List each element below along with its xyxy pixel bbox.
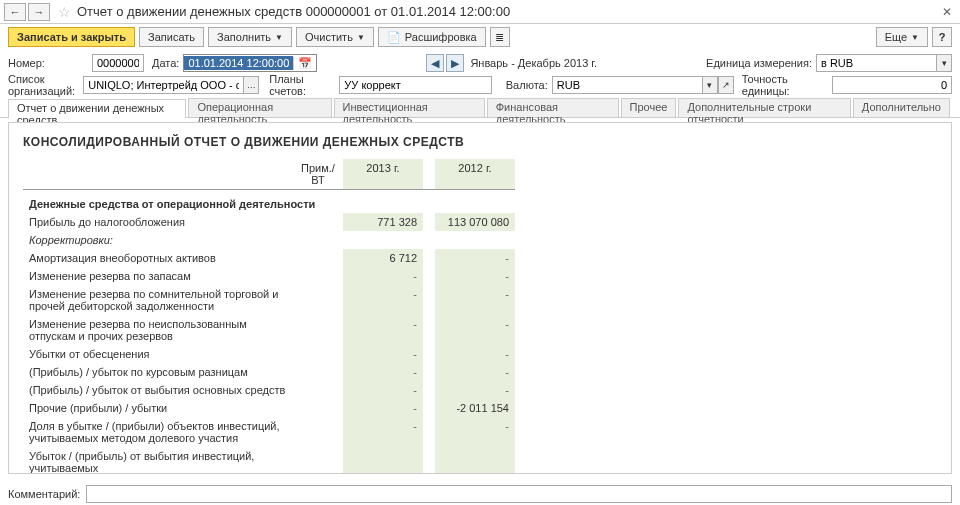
table-row[interactable]: Убыток / (прибыль) от выбытия инвестиций… <box>23 447 515 474</box>
currency-field[interactable] <box>552 76 702 94</box>
plan-field[interactable] <box>339 76 491 94</box>
orgs-select-icon[interactable]: … <box>243 76 259 94</box>
table-row[interactable]: Корректировки: <box>23 231 515 249</box>
currency-dropdown-icon[interactable]: ▾ <box>702 76 718 94</box>
number-field[interactable] <box>92 54 144 72</box>
uom-dropdown-icon[interactable]: ▾ <box>936 54 952 72</box>
precision-label: Точность единицы: <box>742 73 828 97</box>
tab-cash-flow[interactable]: Отчет о движении денежных средств <box>8 99 186 118</box>
forward-button[interactable]: → <box>28 3 50 21</box>
report-table: Прим./ВТ 2013 г. 2012 г. Денежные средст… <box>23 159 515 474</box>
uom-field[interactable] <box>816 54 936 72</box>
table-row[interactable]: Изменение резерва по сомнительной торгов… <box>23 285 515 315</box>
calendar-icon[interactable]: 📅 <box>293 57 316 70</box>
back-button[interactable]: ← <box>4 3 26 21</box>
fill-button[interactable]: Заполнить▼ <box>208 27 292 47</box>
plan-label: Планы счетов: <box>269 73 335 97</box>
table-row[interactable]: Прибыль до налогообложения771 328113 070… <box>23 213 515 231</box>
list-icon: ≣ <box>495 31 504 44</box>
table-row[interactable]: Прочие (прибыли) / убытки--2 011 154 <box>23 399 515 417</box>
tab-extra-lines[interactable]: Дополнительные строки отчетности <box>678 98 850 117</box>
caret-down-icon: ▼ <box>357 33 365 42</box>
save-close-button[interactable]: Записать и закрыть <box>8 27 135 47</box>
table-row[interactable]: Амортизация внеоборотных активов6 712- <box>23 249 515 267</box>
uom-label: Единица измерения: <box>706 57 812 69</box>
decrypt-button[interactable]: 📄Расшифровка <box>378 27 486 47</box>
clear-button[interactable]: Очистить▼ <box>296 27 374 47</box>
period-text: Январь - Декабрь 2013 г. <box>470 57 597 69</box>
save-button[interactable]: Записать <box>139 27 204 47</box>
date-label: Дата: <box>152 57 179 69</box>
tabs: Отчет о движении денежных средств Операц… <box>0 98 960 118</box>
caret-down-icon: ▼ <box>911 33 919 42</box>
document-icon: 📄 <box>387 31 401 44</box>
report-area[interactable]: КОНСОЛИДИРОВАННЫЙ ОТЧЕТ О ДВИЖЕНИИ ДЕНЕЖ… <box>8 122 952 474</box>
tab-other[interactable]: Прочее <box>621 98 677 117</box>
period-prev-button[interactable]: ◀ <box>426 54 444 72</box>
report-title: КОНСОЛИДИРОВАННЫЙ ОТЧЕТ О ДВИЖЕНИИ ДЕНЕЖ… <box>23 135 937 149</box>
comment-label: Комментарий: <box>8 488 80 500</box>
favorite-icon[interactable]: ☆ <box>58 4 71 20</box>
tab-financing[interactable]: Финансовая деятельность <box>487 98 619 117</box>
caret-down-icon: ▼ <box>275 33 283 42</box>
col-2012: 2012 г. <box>435 159 515 190</box>
more-button[interactable]: Еще▼ <box>876 27 928 47</box>
page-title: Отчет о движении денежных средств 000000… <box>77 4 938 19</box>
table-row[interactable]: (Прибыль) / убыток по курсовым разницам-… <box>23 363 515 381</box>
arrow-left-icon: ← <box>10 6 21 18</box>
orgs-field[interactable] <box>83 76 243 94</box>
tab-investing[interactable]: Инвестиционная деятельность <box>334 98 485 117</box>
table-row[interactable]: Денежные средства от операционной деятел… <box>23 190 515 214</box>
period-next-button[interactable]: ▶ <box>446 54 464 72</box>
table-row[interactable]: Изменение резерва по запасам-- <box>23 267 515 285</box>
table-row[interactable]: Убытки от обесценения-- <box>23 345 515 363</box>
precision-field[interactable] <box>832 76 952 94</box>
table-row[interactable]: (Прибыль) / убыток от выбытия основных с… <box>23 381 515 399</box>
close-icon[interactable]: ✕ <box>938 5 956 19</box>
currency-label: Валюта: <box>506 79 548 91</box>
help-button[interactable]: ? <box>932 27 952 47</box>
tab-additional[interactable]: Дополнительно <box>853 98 950 117</box>
orgs-label: Список организаций: <box>8 73 79 97</box>
table-row[interactable]: Доля в убытке / (прибыли) объектов инвес… <box>23 417 515 447</box>
comment-field[interactable] <box>86 485 952 503</box>
col-note: Прим./ВТ <box>293 159 343 190</box>
table-row[interactable]: Изменение резерва по неиспользованным от… <box>23 315 515 345</box>
col-2013: 2013 г. <box>343 159 423 190</box>
extra-button[interactable]: ≣ <box>490 27 510 47</box>
tab-operating[interactable]: Операционная деятельность <box>188 98 331 117</box>
currency-open-icon[interactable]: ↗ <box>718 76 734 94</box>
number-label: Номер: <box>8 57 88 69</box>
date-field[interactable]: 01.01.2014 12:00:00 📅 <box>183 54 317 72</box>
arrow-right-icon: → <box>34 6 45 18</box>
